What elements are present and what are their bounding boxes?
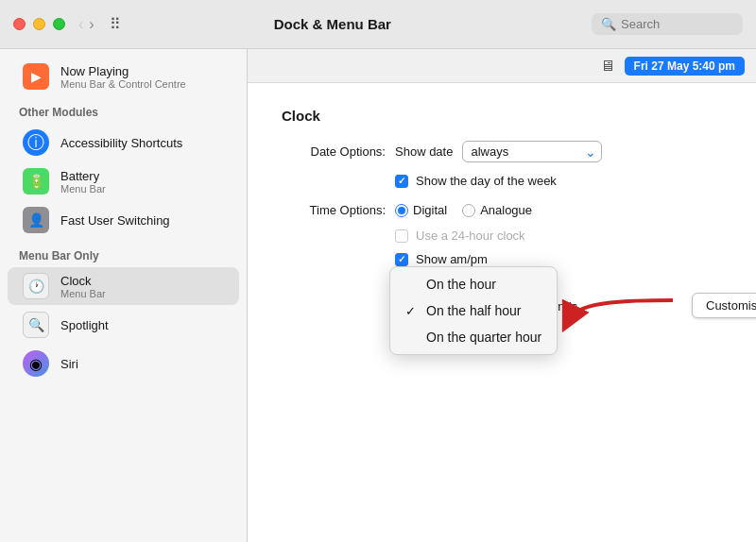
date-time-badge: Fri 27 May 5:40 pm — [625, 57, 745, 76]
siri-icon: ◉ — [23, 350, 49, 377]
clock-sublabel: Menu Bar — [60, 288, 106, 299]
show-ampm-row: ✓ Show am/pm — [395, 252, 722, 266]
main-content: ▶ Now Playing Menu Bar & Control Centre … — [0, 49, 756, 542]
radio-group-time-format: Digital Analogue — [395, 203, 532, 217]
date-options-row: Date Options: Show date always when spac… — [282, 141, 722, 162]
show-date-label: Show date — [395, 144, 453, 159]
analogue-label: Analogue — [480, 203, 532, 217]
show-day-label: Show the day of the week — [416, 174, 557, 188]
content-area: 🖥 Fri 27 May 5:40 pm Clock Date Options:… — [248, 49, 756, 542]
clock-label: Clock — [60, 274, 106, 288]
spotlight-label: Spotlight — [60, 318, 109, 332]
show-ampm-checkbox[interactable]: ✓ — [395, 253, 408, 266]
sidebar-item-spotlight[interactable]: 🔍 Spotlight — [8, 306, 239, 344]
section-menu-bar-only: Menu Bar Only — [0, 240, 247, 266]
monitor-icon: 🖥 — [600, 58, 615, 75]
time-options-row: Time Options: Digital Analogue — [282, 203, 722, 217]
customise-voice-button[interactable]: Customise Voice... — [692, 293, 756, 318]
content-top-bar: 🖥 Fri 27 May 5:40 pm — [248, 49, 756, 83]
sidebar-item-siri[interactable]: ◉ Siri — [8, 345, 239, 382]
dropdown-menu: On the hour ✓ On the half hour On the qu… — [389, 266, 558, 355]
now-playing-icon: ▶ — [23, 63, 49, 90]
search-input[interactable] — [621, 17, 733, 31]
radio-digital[interactable]: Digital — [395, 203, 447, 217]
sidebar-item-accessibility[interactable]: ⓘ Accessibility Shortcuts — [8, 124, 239, 161]
now-playing-label: Now Playing — [60, 64, 186, 78]
accessibility-icon: ⓘ — [23, 129, 49, 156]
sidebar-item-fast-user[interactable]: 👤 Fast User Switching — [8, 201, 239, 239]
spotlight-icon: 🔍 — [23, 312, 49, 338]
dropdown-overlay: On the hour ✓ On the half hour On the qu… — [389, 266, 558, 355]
show-date-select[interactable]: always when space allows never — [462, 141, 602, 162]
digital-label: Digital — [413, 203, 447, 217]
battery-label: Battery — [60, 169, 106, 183]
dropdown-item-on-quarter-hour[interactable]: On the quarter hour — [390, 324, 557, 350]
minimize-button[interactable] — [33, 18, 45, 30]
dropdown-item-on-hour[interactable]: On the hour — [390, 271, 557, 297]
title-bar: ‹ › ⠿ Dock & Menu Bar 🔍 — [0, 0, 756, 49]
close-button[interactable] — [13, 18, 26, 30]
siri-label: Siri — [60, 357, 78, 371]
sidebar-item-clock[interactable]: 🕐 Clock Menu Bar — [8, 267, 239, 305]
show-day-row: ✓ Show the day of the week — [395, 174, 722, 188]
fast-user-icon: 👤 — [23, 207, 49, 233]
time-options-label: Time Options: — [282, 203, 386, 217]
sidebar-item-now-playing[interactable]: ▶ Now Playing Menu Bar & Control Centre — [8, 58, 239, 95]
battery-sublabel: Menu Bar — [60, 183, 106, 195]
show-day-checkbox[interactable]: ✓ — [395, 175, 408, 188]
show-ampm-label: Show am/pm — [416, 252, 488, 266]
traffic-lights — [13, 18, 65, 30]
window-title: Dock & Menu Bar — [74, 16, 592, 32]
battery-icon: 🔋 — [23, 168, 49, 195]
date-options-label: Date Options: — [282, 144, 386, 159]
accessibility-label: Accessibility Shortcuts — [60, 136, 182, 150]
fast-user-label: Fast User Switching — [60, 213, 170, 228]
section-title-clock: Clock — [282, 108, 722, 124]
sidebar: ▶ Now Playing Menu Bar & Control Centre … — [0, 49, 248, 542]
show-date-select-wrapper[interactable]: always when space allows never ⌄ — [462, 141, 602, 162]
now-playing-sublabel: Menu Bar & Control Centre — [60, 78, 186, 90]
section-other-modules: Other Modules — [0, 96, 247, 123]
radio-analogue[interactable]: Analogue — [462, 203, 532, 217]
use-24h-checkbox[interactable] — [395, 229, 408, 243]
search-icon: 🔍 — [601, 17, 616, 31]
use-24h-label: Use a 24-hour clock — [416, 229, 525, 243]
sidebar-item-battery[interactable]: 🔋 Battery Menu Bar — [8, 162, 239, 200]
use-24h-row: Use a 24-hour clock — [395, 229, 722, 243]
clock-icon: 🕐 — [23, 273, 49, 299]
fullscreen-button[interactable] — [53, 18, 65, 30]
digital-radio-button[interactable] — [395, 204, 408, 217]
dropdown-item-on-half-hour[interactable]: ✓ On the half hour — [390, 297, 557, 324]
search-bar[interactable]: 🔍 — [592, 13, 743, 35]
analogue-radio-button[interactable] — [462, 204, 475, 217]
